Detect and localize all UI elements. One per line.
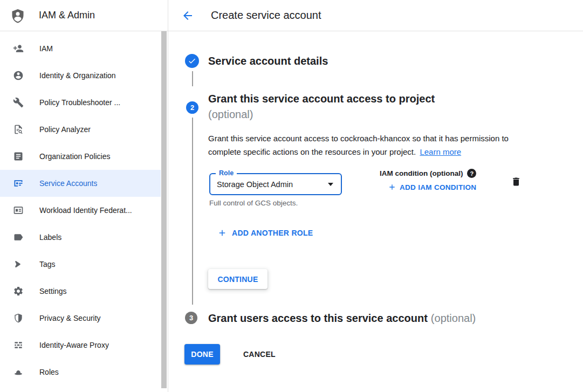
step2-optional-label: (optional)	[208, 107, 435, 122]
back-button[interactable]	[181, 9, 194, 22]
label-icon	[13, 232, 24, 243]
sidebar-item-label: Roles	[39, 368, 59, 376]
hat-icon	[13, 367, 24, 377]
role-select[interactable]: Role Storage Object Admin	[209, 173, 342, 195]
plus-icon	[388, 183, 396, 191]
delete-role-button[interactable]	[511, 176, 523, 188]
sidebar-item-roles[interactable]: Roles	[0, 359, 168, 386]
sidebar-item-organization-policies[interactable]: Organization Policies	[0, 143, 168, 170]
sidebar-item-policy-troubleshooter[interactable]: Policy Troubleshooter ...	[0, 89, 168, 116]
tag-icon	[13, 259, 24, 270]
sidebar-item-policy-analyzer[interactable]: Policy Analyzer	[0, 116, 168, 143]
sidebar-item-label: Workload Identity Federat...	[39, 206, 132, 215]
role-field-label: Role	[216, 169, 237, 177]
step2-title: Grant this service account access to pro…	[208, 91, 435, 122]
step3-title[interactable]: Grant users access to this service accou…	[208, 312, 476, 325]
sidebar-item-label: Service Accounts	[39, 179, 97, 188]
sidebar-item-settings[interactable]: Settings	[0, 278, 168, 305]
check-icon	[188, 57, 196, 65]
step3-number-badge: 3	[185, 312, 197, 324]
sidebar-header: IAM & Admin	[0, 0, 168, 31]
step-connector	[192, 71, 193, 86]
arrow-back-icon	[181, 9, 194, 22]
iam-condition-header: IAM condition (optional) ?	[380, 169, 476, 178]
sidebar-title: IAM & Admin	[39, 10, 95, 21]
step-connector	[192, 118, 193, 305]
add-iam-condition-label: ADD IAM CONDITION	[400, 183, 476, 191]
iam-admin-shield-icon	[10, 8, 25, 23]
description-text: Grant this service account access to coc…	[208, 134, 509, 156]
sidebar-item-label: Privacy & Security	[39, 314, 101, 322]
sidebar-item-label: IAM	[39, 44, 53, 53]
sidebar-item-label: Tags	[39, 260, 56, 269]
service-account-icon	[13, 178, 24, 189]
wizard-content: Service account details 2 Grant this ser…	[168, 31, 583, 392]
shield-half-icon	[13, 313, 24, 324]
sidebar-item-label: Labels	[39, 233, 61, 242]
account-circle-icon	[13, 70, 24, 81]
article-icon	[13, 151, 24, 162]
sidebar-scrollbar[interactable]	[161, 31, 168, 392]
page-title: Create service account	[211, 9, 321, 22]
role-helper-text: Full control of GCS objects.	[209, 199, 298, 207]
sidebar-item-labels[interactable]: Labels	[0, 224, 168, 251]
step1-completed-badge	[185, 54, 199, 68]
page-header: Create service account	[168, 0, 583, 31]
sidebar-item-tags[interactable]: Tags	[0, 251, 168, 278]
policy-analyzer-icon	[13, 124, 24, 135]
step2-number-badge: 2	[186, 101, 198, 114]
caret-down-icon	[328, 183, 333, 186]
sidebar-item-label: Policy Troubleshooter ...	[39, 98, 120, 107]
iam-condition-label: IAM condition (optional)	[380, 169, 463, 177]
card-icon	[13, 205, 24, 216]
sidebar-item-label: Identity-Aware Proxy	[39, 341, 109, 349]
trash-icon	[511, 176, 522, 187]
scrollbar-thumb[interactable]	[161, 31, 167, 388]
main-panel: Create service account Service account d…	[168, 0, 583, 392]
person-add-icon	[13, 43, 24, 54]
sidebar-item-service-accounts[interactable]: Service Accounts	[0, 170, 168, 197]
sidebar-item-identity-organization[interactable]: Identity & Organization	[0, 62, 168, 89]
done-button[interactable]: DONE	[184, 344, 220, 365]
step1-title[interactable]: Service account details	[208, 55, 328, 67]
sidebar: IAM & Admin IAM Identity & Organization …	[0, 0, 168, 392]
step3-optional-label: (optional)	[431, 312, 476, 324]
cancel-button[interactable]: CANCEL	[239, 344, 280, 365]
sidebar-item-identity-aware-proxy[interactable]: Identity-Aware Proxy	[0, 332, 168, 359]
continue-button[interactable]: CONTINUE	[208, 269, 268, 289]
step3-number: 3	[189, 314, 193, 322]
add-another-role-label: ADD ANOTHER ROLE	[232, 229, 313, 237]
role-selected-value: Storage Object Admin	[217, 180, 293, 189]
sidebar-item-iam[interactable]: IAM	[0, 35, 168, 62]
step2-title-text: Grant this service account access to pro…	[208, 93, 435, 105]
step2-number: 2	[190, 104, 194, 112]
add-another-role-button[interactable]: ADD ANOTHER ROLE	[217, 228, 313, 238]
plus-icon	[217, 228, 227, 238]
proxy-wall-icon	[13, 340, 24, 350]
add-iam-condition-button[interactable]: ADD IAM CONDITION	[388, 183, 476, 191]
gear-icon	[13, 286, 24, 297]
sidebar-item-privacy-security[interactable]: Privacy & Security	[0, 305, 168, 332]
sidebar-item-label: Settings	[39, 287, 67, 295]
sidebar-item-label: Identity & Organization	[39, 71, 116, 80]
learn-more-link[interactable]: Learn more	[420, 147, 461, 156]
sidebar-nav: IAM Identity & Organization Policy Troub…	[0, 31, 168, 386]
step2-description: Grant this service account access to coc…	[208, 132, 530, 159]
sidebar-item-workload-identity-federation[interactable]: Workload Identity Federat...	[0, 197, 168, 224]
sidebar-item-label: Policy Analyzer	[39, 125, 91, 134]
app-window: IAM & Admin IAM Identity & Organization …	[0, 0, 583, 392]
question-mark-icon[interactable]: ?	[467, 169, 476, 178]
step3-title-text: Grant users access to this service accou…	[208, 312, 428, 324]
sidebar-item-label: Organization Policies	[39, 152, 111, 161]
wrench-icon	[13, 97, 24, 108]
